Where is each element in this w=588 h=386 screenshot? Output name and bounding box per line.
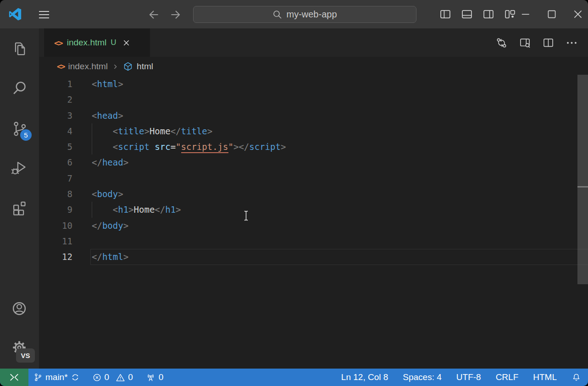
line-number[interactable]: 4 [39,123,92,139]
chevron-right-icon [111,63,119,71]
line-number[interactable]: 12 [39,249,92,265]
vertical-scrollbar[interactable] [577,75,588,284]
code-token: html [97,79,118,89]
notifications-button[interactable] [571,373,581,382]
code-lines: 1<html>23<head>4 <title>Home</title>5 <s… [39,76,588,265]
code-line[interactable]: 6</head> [39,154,588,170]
editor-area: <> index.html U [39,28,588,369]
ports-count: 0 [159,372,164,382]
code-token: > [118,110,123,121]
search-icon [272,10,282,19]
toggle-secondary-sidebar-button[interactable] [482,8,495,21]
split-editor-button[interactable] [542,37,555,49]
tab-index-html[interactable]: <> index.html U [44,28,150,57]
code-token: " [176,142,181,152]
explorer-button[interactable] [9,39,29,59]
branch-button[interactable]: main* [33,372,80,382]
line-content[interactable]: </head> [92,154,128,170]
code-line[interactable]: 7 [39,171,588,186]
compare-changes-icon [495,37,508,49]
line-content[interactable]: <script src="script.js"></script> [92,139,286,154]
code-token: h1 [118,204,128,215]
breadcrumb-file[interactable]: <> index.html [57,61,108,72]
code-token: title [181,126,207,136]
line-number[interactable]: 9 [39,202,92,217]
vscode-window: my-web-app [0,0,588,386]
code-line[interactable]: 8<body> [39,186,588,202]
ports-button[interactable]: 0 [145,372,164,383]
run-debug-button[interactable] [9,158,29,178]
encoding-button[interactable]: UTF-8 [456,372,481,382]
breadcrumbs: <> index.html html [39,57,588,76]
warning-count: 0 [128,372,133,382]
close-button[interactable] [571,8,584,21]
customize-layout-button[interactable] [504,8,516,21]
forward-button[interactable] [169,8,182,21]
line-number[interactable]: 7 [39,171,92,186]
line-number[interactable]: 10 [39,218,92,233]
code-token: = [171,142,176,152]
line-number[interactable]: 5 [39,139,92,154]
code-token: body [102,221,123,231]
tab-bar: <> index.html U [39,28,588,57]
minimize-button[interactable] [519,8,532,21]
remote-indicator-button[interactable] [0,369,28,386]
code-line[interactable]: 5 <script src="script.js"></script> [39,139,588,154]
extensions-button[interactable] [9,197,29,217]
more-actions-button[interactable] [566,37,578,49]
code-token: Home [150,126,171,136]
code-token: > [233,142,239,152]
line-content[interactable]: <h1>Home</h1> [92,202,181,217]
code-editor[interactable]: 1<html>23<head>4 <title>Home</title>5 <s… [39,76,588,369]
menu-icon [38,9,50,20]
language-mode-button[interactable]: HTML [533,372,557,382]
line-content[interactable]: <title>Home</title> [92,123,212,139]
problems-button[interactable]: 0 0 [92,372,133,382]
search-view-button[interactable] [9,78,29,98]
remote-icon [9,372,19,382]
activity-bar: 5 [0,28,39,369]
code-token: </ [92,221,102,231]
line-number[interactable]: 2 [39,92,92,107]
indentation-button[interactable]: Spaces: 4 [403,372,442,382]
code-line[interactable]: 12</html> [39,249,588,265]
open-changes-button[interactable] [495,37,508,49]
workbench: 5 [0,28,588,369]
open-preview-button[interactable] [519,37,531,49]
code-line[interactable]: 10</body> [39,218,588,233]
command-center-search[interactable]: my-web-app [193,6,416,23]
line-content[interactable]: <body> [92,186,123,202]
line-content[interactable]: <head> [92,108,123,123]
code-line[interactable]: 11 [39,233,588,249]
indent-guide [92,123,92,139]
debug-icon [10,159,28,177]
line-content[interactable]: </body> [92,218,128,233]
code-line[interactable]: 2 [39,92,588,107]
cursor-position-button[interactable]: Ln 12, Col 8 [341,372,388,382]
code-token: script.js [181,142,228,153]
breadcrumb-symbol[interactable]: html [123,61,153,72]
code-line[interactable]: 9 <h1>Home</h1> [39,202,588,217]
line-number[interactable]: 3 [39,108,92,123]
line-content[interactable]: </html> [92,249,128,265]
maximize-button[interactable] [545,8,558,21]
code-token: src [155,142,170,152]
customize-layout-icon [504,8,516,21]
line-number[interactable]: 8 [39,186,92,202]
line-content[interactable]: <html> [92,76,123,92]
back-button[interactable] [147,8,160,21]
toggle-primary-sidebar-button[interactable] [439,8,452,21]
eol-button[interactable]: CRLF [496,372,519,382]
line-number[interactable]: 11 [39,233,92,249]
tab-close-button[interactable] [122,38,131,47]
code-line[interactable]: 4 <title>Home</title> [39,123,588,139]
code-token: < [113,204,118,215]
toggle-panel-button[interactable] [460,8,473,21]
line-number[interactable]: 6 [39,154,92,170]
accounts-button[interactable] [9,298,29,319]
code-line[interactable]: 3<head> [39,108,588,123]
code-token: </ [239,142,249,152]
code-line[interactable]: 1<html> [39,76,588,92]
line-number[interactable]: 1 [39,76,92,92]
menu-button[interactable] [37,8,51,21]
